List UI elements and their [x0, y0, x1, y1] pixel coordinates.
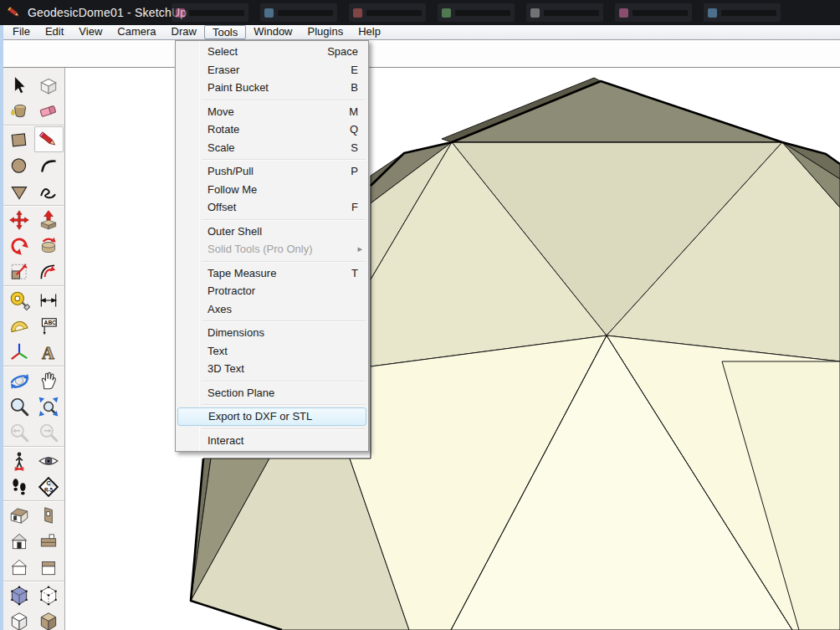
protractor-tool-button[interactable] [5, 313, 34, 339]
menu-item-move[interactable]: MoveM [176, 103, 368, 121]
menu-item-label: 3D Text [207, 360, 244, 378]
move-tool-button[interactable] [5, 207, 34, 233]
menubar-item-camera[interactable]: Camera [110, 25, 163, 39]
make-component-tool-button[interactable] [34, 72, 64, 98]
menu-item-label: Outer Shell [207, 223, 262, 241]
circle-tool-button[interactable] [5, 152, 34, 178]
menu-item-push-pull[interactable]: Push/PullP [176, 162, 368, 181]
ghost-title-bar [366, 10, 422, 16]
zoom-next-icon [38, 422, 59, 443]
menubar-item-edit[interactable]: Edit [38, 25, 71, 39]
menu-item-protractor[interactable]: Protractor [176, 282, 368, 300]
menu-item-label: Eraser [207, 61, 239, 79]
svg-text:R-5: R-5 [44, 486, 54, 492]
xray-icon [8, 585, 30, 607]
text-tool-button[interactable]: ABC [34, 313, 64, 339]
menu-separator [202, 100, 366, 100]
menu-item-follow-me[interactable]: Follow Me [176, 181, 368, 199]
eraser-tool-button[interactable] [34, 98, 64, 124]
menu-item-label: Dimensions [207, 324, 264, 342]
shaded-tool-button[interactable] [34, 608, 64, 630]
make-component-icon [38, 74, 59, 96]
xray-tool-button[interactable] [5, 582, 34, 608]
zoom-previous-tool-button[interactable] [5, 419, 34, 445]
zoom-extents-tool-button[interactable] [34, 393, 64, 419]
menu-item-3d-text[interactable]: 3D Text [176, 360, 368, 378]
view-back-tool-button[interactable] [5, 554, 34, 580]
menubar-item-draw[interactable]: Draw [164, 25, 204, 39]
rectangle-tool-button[interactable] [5, 126, 34, 152]
position-camera-tool-button[interactable] [5, 448, 34, 474]
tape-measure-tool-button[interactable] [5, 287, 34, 313]
menubar-item-tools[interactable]: Tools [204, 25, 246, 39]
axes-tool-button[interactable] [5, 339, 34, 365]
rotate-icon [8, 235, 30, 257]
menubar-item-plugins[interactable]: Plugins [300, 25, 351, 39]
zoom-tool-button[interactable] [5, 393, 34, 419]
offset-tool-button[interactable] [34, 259, 64, 284]
menu-item-tape-measure[interactable]: Tape MeasureT [176, 264, 368, 283]
freehand-tool-button[interactable] [34, 178, 64, 204]
menu-item-outer-shell[interactable]: Outer Shell [176, 223, 368, 241]
follow-me-tool-button[interactable] [34, 233, 64, 259]
wireframe-tool-button[interactable] [34, 582, 64, 608]
rotate-tool-button[interactable] [5, 233, 34, 259]
menu-item-dimensions[interactable]: Dimensions [176, 324, 368, 342]
polygon-tool-button[interactable] [5, 178, 34, 204]
menu-item-paint-bucket[interactable]: Paint BucketB [176, 79, 368, 97]
view-left-icon [38, 505, 59, 526]
svg-text:A: A [42, 344, 54, 362]
zoom-next-tool-button[interactable] [34, 419, 64, 445]
toolbar-group: CR-5 [3, 447, 64, 501]
ghost-app-icon [442, 8, 451, 18]
view-front-tool-button[interactable] [5, 528, 34, 554]
view-right-tool-button[interactable] [34, 554, 64, 580]
compass-tool-button[interactable]: CR-5 [34, 474, 64, 499]
dimension-icon [38, 289, 59, 311]
menu-separator [202, 159, 366, 160]
menu-item-scale[interactable]: ScaleS [176, 139, 368, 157]
ghost-title-bar [455, 10, 510, 16]
3d-text-tool-button[interactable]: A [34, 339, 64, 365]
paint-bucket-tool-button[interactable] [5, 98, 34, 124]
view-iso-tool-button[interactable] [5, 502, 34, 528]
dimension-tool-button[interactable] [34, 287, 64, 313]
menu-item-export-to-dxf-or-stl[interactable]: Export to DXF or STL [177, 407, 366, 426]
menu-item-solid-tools-pro-only[interactable]: Solid Tools (Pro Only)▸ [176, 240, 368, 259]
menu-item-select[interactable]: SelectSpace [176, 43, 368, 61]
line-tool-button[interactable] [34, 126, 64, 152]
background-window-ghost [260, 3, 337, 22]
view-left-tool-button[interactable] [34, 502, 64, 528]
freehand-icon [38, 181, 59, 202]
menu-item-shortcut: M [349, 103, 358, 121]
orbit-tool-button[interactable] [5, 367, 34, 393]
select-tool-button[interactable] [5, 72, 34, 98]
view-back-icon [8, 556, 30, 578]
menu-separator [202, 219, 366, 220]
walk-tool-button[interactable] [5, 474, 34, 499]
menubar-item-file[interactable]: File [5, 25, 38, 39]
left-toolbar: ABCACR-5 [3, 68, 65, 630]
menu-item-label: Text [207, 342, 228, 361]
menu-item-shortcut: S [351, 139, 358, 157]
menu-item-section-plane[interactable]: Section Plane [176, 384, 368, 402]
menubar-item-window[interactable]: Window [246, 25, 300, 39]
arc-tool-button[interactable] [34, 152, 64, 178]
menu-item-offset[interactable]: OffsetF [176, 198, 368, 217]
wireframe-icon [38, 585, 59, 607]
push-pull-tool-button[interactable] [34, 207, 64, 233]
menubar-item-view[interactable]: View [71, 25, 110, 39]
view-front-icon [8, 530, 30, 552]
scale-tool-button[interactable] [5, 259, 34, 284]
view-top-icon [38, 530, 59, 552]
look-around-tool-button[interactable] [34, 448, 64, 474]
menu-item-interact[interactable]: Interact [176, 432, 368, 450]
hidden-line-tool-button[interactable] [5, 608, 34, 630]
view-top-tool-button[interactable] [34, 528, 64, 554]
menu-item-eraser[interactable]: EraserE [176, 61, 368, 79]
menubar-item-help[interactable]: Help [351, 25, 388, 39]
menu-item-text[interactable]: Text [176, 342, 368, 361]
pan-tool-button[interactable] [34, 367, 64, 393]
menu-item-rotate[interactable]: RotateQ [176, 120, 368, 139]
menu-item-axes[interactable]: Axes [176, 300, 368, 319]
